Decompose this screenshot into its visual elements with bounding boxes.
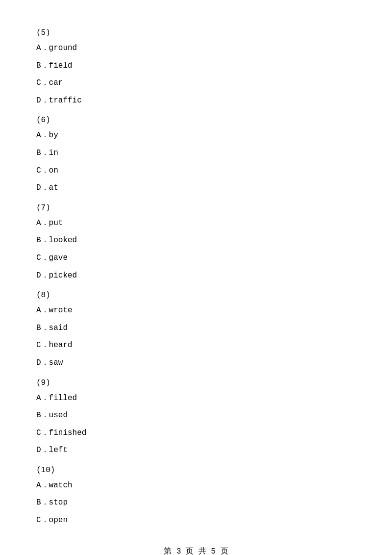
question-number-5: (5) [34, 28, 358, 37]
option-8-3: D．saw [34, 357, 358, 370]
option-6-2: C．on [34, 165, 358, 177]
option-5-0: A．ground [34, 42, 358, 55]
page-content: (5)A．groundB．fieldC．carD．traffic(6)A．byB… [0, 0, 392, 555]
option-5-1: B．field [34, 60, 358, 73]
question-number-8: (8) [34, 291, 358, 300]
option-7-0: A．put [34, 217, 358, 230]
option-5-3: D．traffic [34, 95, 358, 107]
option-9-2: C．finished [34, 427, 358, 440]
option-8-1: B．said [34, 322, 358, 335]
option-8-2: C．heard [34, 339, 358, 352]
option-9-1: B．used [34, 409, 358, 422]
option-5-2: C．car [34, 77, 358, 90]
option-9-0: A．filled [34, 392, 358, 405]
option-9-3: D．left [34, 444, 358, 457]
option-8-0: A．wrote [34, 304, 358, 317]
page-footer: 第 3 页 共 5 页 [0, 546, 392, 555]
option-6-3: D．at [34, 182, 358, 195]
option-6-0: A．by [34, 129, 358, 142]
footer-text: 第 3 页 共 5 页 [164, 547, 228, 555]
option-7-2: C．gave [34, 252, 358, 265]
option-6-1: B．in [34, 147, 358, 160]
option-10-1: B．stop [34, 497, 358, 509]
option-7-3: D．picked [34, 270, 358, 282]
option-10-0: A．watch [34, 479, 358, 492]
question-number-10: (10) [34, 466, 358, 475]
question-number-7: (7) [34, 203, 358, 212]
question-number-6: (6) [34, 116, 358, 125]
question-number-9: (9) [34, 378, 358, 387]
option-10-2: C．open [34, 514, 358, 527]
option-7-1: B．looked [34, 234, 358, 247]
